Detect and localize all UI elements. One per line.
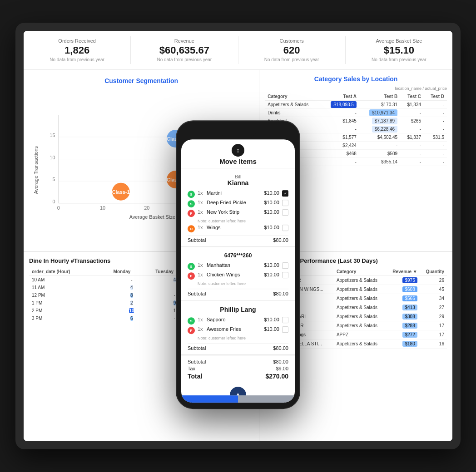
icon-green: S xyxy=(188,317,195,324)
orders-note: No data from previous year xyxy=(29,57,125,62)
customers-label: Customers xyxy=(244,38,340,44)
svg-text:Class-1: Class-1 xyxy=(112,189,130,195)
subtotal-6476: Subtotal $80.00 xyxy=(188,289,288,296)
bill-name-kianna: Kianna xyxy=(188,179,288,187)
basket-note: No data from previous year xyxy=(351,57,447,62)
move-items-icon: ↕ xyxy=(232,144,244,157)
svg-text:0: 0 xyxy=(52,199,55,204)
icon-green: S xyxy=(188,200,195,207)
svg-text:15: 15 xyxy=(50,133,55,138)
phone-screen: ↕ Move Items Bill Kianna S 1x xyxy=(181,139,295,403)
order-row: O 1x Wings $10.00 xyxy=(188,225,288,232)
check-awesome-fries[interactable] xyxy=(282,326,288,333)
note-awesome-fries: Note: customer lefted here xyxy=(198,336,288,340)
svg-text:10: 10 xyxy=(100,206,105,211)
orders-value: 1,826 xyxy=(29,44,125,56)
check-manhattan[interactable] xyxy=(282,262,288,269)
phone-notch xyxy=(220,127,256,138)
bill-section-kianna: Bill Kianna S 1x Martini $10.00 ✓ S xyxy=(181,168,295,247)
tablet-frame: Orders Received 1,826 No data from previ… xyxy=(15,23,461,449)
svg-text:Average Basket Size: Average Basket Size xyxy=(129,214,175,220)
col-testd: Test D xyxy=(424,93,447,101)
subtotal-phillip: Subtotal $80.00 xyxy=(188,343,288,351)
bill-id: 6476***260 xyxy=(188,252,288,259)
note-nystrip: Note: customer lefted here xyxy=(198,219,288,223)
order-row: S 1x Manhattan $10.00 xyxy=(188,262,288,270)
icon-orange: O xyxy=(188,225,195,232)
phone-totals: Subtotal $80.00 Tax $9.00 Total $270.00 xyxy=(181,355,295,385)
svg-text:10: 10 xyxy=(50,155,55,160)
category-title: Category Sales by Location xyxy=(265,75,447,83)
revenue-note: No data from previous year xyxy=(136,57,232,62)
icon-red: F xyxy=(188,327,195,334)
bill-section-6476: 6476***260 S 1x Manhattan $10.00 F 1x xyxy=(181,247,295,300)
total-total: Total $270.00 xyxy=(188,373,288,380)
check-wings[interactable] xyxy=(282,225,288,231)
chevron-container: ▲ xyxy=(181,385,295,395)
stats-bar: Orders Received 1,826 No data from previ… xyxy=(24,31,452,70)
order-row: S 1x Martini $10.00 ✓ xyxy=(188,190,288,198)
order-row: S 1x Sapporo $10.00 xyxy=(188,317,288,324)
back-button[interactable]: BACK xyxy=(181,395,238,403)
note-chicken-wings: Note: customer lefted here xyxy=(198,281,288,286)
col-quantity: Quantity xyxy=(420,268,447,276)
check-nystrip[interactable] xyxy=(282,209,288,216)
col-monday: Monday xyxy=(111,268,153,276)
svg-text:0: 0 xyxy=(57,206,60,211)
bill-header-6476: 6476***260 xyxy=(188,252,288,259)
chevron-up-button[interactable]: ▲ xyxy=(230,387,246,395)
revenue-value: $60,635.67 xyxy=(136,44,232,56)
icon-green: S xyxy=(188,263,195,270)
check-sapporo[interactable] xyxy=(282,317,288,323)
order-row: F 1x New York Strip $10.00 xyxy=(188,209,288,217)
customers-value: 620 xyxy=(244,44,340,56)
stat-customers: Customers 620 No data from previous year xyxy=(238,36,346,64)
order-row: S 1x Deep Fried Pickle $10.00 xyxy=(188,200,288,207)
col-revenue: Revenue ▼ xyxy=(386,268,420,276)
check-martini[interactable]: ✓ xyxy=(282,190,288,197)
check-pickle[interactable] xyxy=(282,200,288,206)
table-row: Drinks - $10,971.34 - - xyxy=(265,109,447,117)
icon-green: S xyxy=(188,191,195,198)
segmentation-title: Customer Segmentation xyxy=(31,77,252,84)
col-testa: Test A xyxy=(322,93,359,101)
stat-revenue: Revenue $60,635.67 No data from previous… xyxy=(131,36,238,64)
svg-text:Average Transactions: Average Transactions xyxy=(33,146,39,194)
bill-header-kianna: Bill Kianna xyxy=(188,174,288,187)
col-hour: order_date (Hour) xyxy=(29,268,111,276)
bill-header-phillip: Phillip Lang xyxy=(188,306,288,313)
order-row: F 1x Awesome Fries $10.00 xyxy=(188,326,288,334)
phone-title: Move Items xyxy=(219,157,257,165)
orders-label: Orders Received xyxy=(29,38,125,44)
svg-text:5: 5 xyxy=(52,177,55,182)
icon-red: F xyxy=(188,210,195,217)
col-category: Category xyxy=(334,268,386,276)
phone-action-buttons: BACK INVITE xyxy=(181,395,295,403)
table-row: Appetizers & Salads $18,093.5 $170.31 $1… xyxy=(265,101,447,109)
bill-name-phillip: Phillip Lang xyxy=(188,306,288,313)
invite-button[interactable]: INVITE xyxy=(238,395,295,403)
col-testb: Test B xyxy=(359,93,400,101)
bill-section-phillip: Phillip Lang S 1x Sapporo $10.00 F 1x xyxy=(181,300,295,355)
basket-value: $15.10 xyxy=(351,44,447,56)
phone-icon-area: ↕ xyxy=(232,144,244,157)
check-chicken-wings[interactable] xyxy=(282,272,288,278)
svg-text:20: 20 xyxy=(144,206,149,211)
total-tax: Tax $9.00 xyxy=(188,366,288,371)
phone-content: Bill Kianna S 1x Martini $10.00 ✓ S xyxy=(181,168,295,395)
stat-orders: Orders Received 1,826 No data from previ… xyxy=(24,36,131,64)
phone-frame: ↕ Move Items Bill Kianna S 1x xyxy=(177,121,299,408)
phone-header: ↕ Move Items xyxy=(181,139,295,168)
col-testc: Test C xyxy=(400,93,424,101)
order-row: F 1x Chicken Wings $10.00 xyxy=(188,272,288,280)
total-subtotal: Subtotal $80.00 xyxy=(188,359,288,364)
tablet-screen: Orders Received 1,826 No data from previ… xyxy=(24,31,452,441)
customers-note: No data from previous year xyxy=(244,57,340,62)
category-header-note: location_name / actual_price xyxy=(265,86,447,91)
col-category: Category xyxy=(265,93,321,101)
bill-label: Bill xyxy=(188,174,288,179)
revenue-label: Revenue xyxy=(136,38,232,44)
subtotal-kianna: Subtotal $80.00 xyxy=(188,235,288,243)
basket-label: Average Basket Size xyxy=(351,38,447,44)
icon-red: F xyxy=(188,272,195,280)
